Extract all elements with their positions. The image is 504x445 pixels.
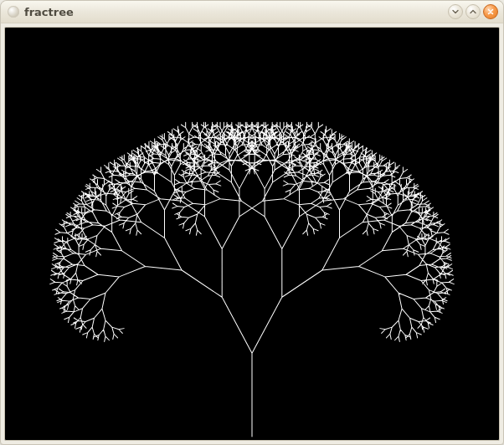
close-button[interactable] bbox=[483, 4, 498, 19]
app-icon bbox=[8, 6, 19, 18]
fractal-tree-drawing bbox=[5, 28, 499, 440]
close-icon bbox=[486, 8, 495, 16]
chevron-down-icon bbox=[451, 8, 460, 16]
window-title: fractree bbox=[24, 6, 74, 18]
content-frame bbox=[4, 27, 500, 441]
maximize-button[interactable] bbox=[465, 4, 481, 19]
app-window: fractree bbox=[0, 0, 504, 445]
canvas bbox=[5, 28, 499, 440]
minimize-button[interactable] bbox=[448, 4, 463, 19]
chevron-up-icon bbox=[469, 8, 477, 16]
titlebar[interactable]: fractree bbox=[1, 1, 503, 23]
